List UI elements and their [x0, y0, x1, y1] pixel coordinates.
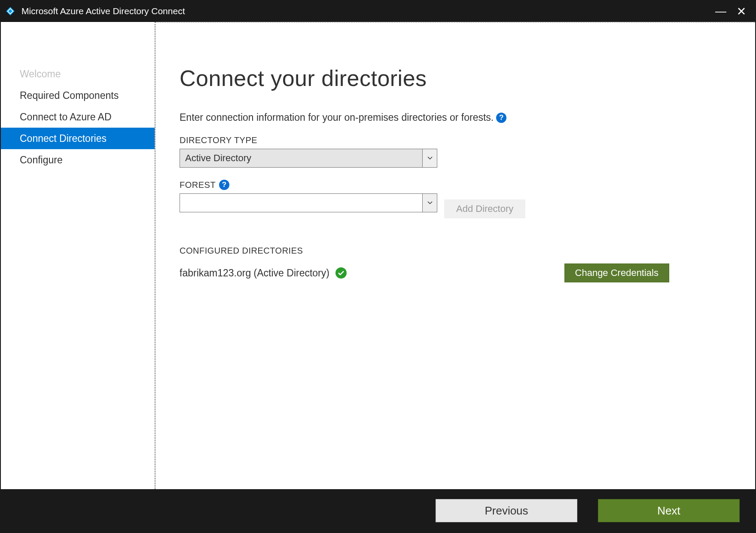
directory-type-label: DIRECTORY TYPE — [180, 135, 731, 145]
forest-value — [180, 193, 423, 212]
configured-directory-entry: fabrikam123.org (Active Directory) — [180, 267, 347, 279]
sidebar-item-label: Configure — [20, 154, 63, 166]
configured-directories-label: CONFIGURED DIRECTORIES — [180, 246, 731, 256]
sidebar-item-required-components[interactable]: Required Components — [1, 85, 155, 106]
directory-type-value: Active Directory — [180, 149, 423, 168]
forest-label-text: FOREST — [180, 180, 216, 190]
sidebar-item-connect-directories[interactable]: Connect Directories — [1, 128, 155, 149]
next-button[interactable]: Next — [598, 499, 740, 522]
sidebar-item-connect-azure-ad[interactable]: Connect to Azure AD — [1, 106, 155, 128]
main-content: Connect your directories Enter connectio… — [155, 21, 755, 489]
add-directory-button: Add Directory — [444, 199, 525, 218]
window-title: Microsoft Azure Active Directory Connect — [21, 6, 710, 16]
app-logo-icon — [4, 5, 16, 17]
app-window: Microsoft Azure Active Directory Connect… — [0, 0, 756, 533]
sidebar-item-welcome[interactable]: Welcome — [1, 63, 155, 85]
chevron-down-icon[interactable] — [423, 193, 437, 212]
minimize-button[interactable]: — — [710, 1, 731, 21]
sidebar-item-label: Connect Directories — [20, 133, 107, 144]
sidebar: Welcome Required Components Connect to A… — [1, 22, 155, 489]
instruction-text: Enter connection information for your on… — [180, 112, 731, 123]
instruction-label: Enter connection information for your on… — [180, 112, 494, 123]
checkmark-icon — [335, 267, 347, 279]
sidebar-item-label: Required Components — [20, 90, 119, 101]
forest-label: FOREST ? — [180, 180, 731, 190]
help-icon[interactable]: ? — [496, 113, 506, 123]
directory-type-combo[interactable]: Active Directory — [180, 149, 437, 168]
forest-combo[interactable] — [180, 193, 437, 212]
configured-directory-text: fabrikam123.org (Active Directory) — [180, 267, 329, 279]
change-credentials-button[interactable]: Change Credentials — [564, 263, 669, 282]
sidebar-item-label: Connect to Azure AD — [20, 111, 112, 123]
sidebar-item-configure[interactable]: Configure — [1, 149, 155, 171]
close-button[interactable] — [731, 1, 752, 21]
sidebar-item-label: Welcome — [20, 68, 61, 80]
configured-directory-row: fabrikam123.org (Active Directory) Chang… — [180, 263, 669, 282]
titlebar: Microsoft Azure Active Directory Connect… — [1, 1, 755, 21]
previous-button[interactable]: Previous — [436, 499, 577, 522]
help-icon[interactable]: ? — [219, 180, 229, 190]
body: Welcome Required Components Connect to A… — [1, 21, 755, 489]
footer: Previous Next — [1, 489, 755, 532]
chevron-down-icon[interactable] — [423, 149, 437, 168]
forest-row: Add Directory — [180, 193, 731, 224]
page-title: Connect your directories — [180, 65, 731, 91]
